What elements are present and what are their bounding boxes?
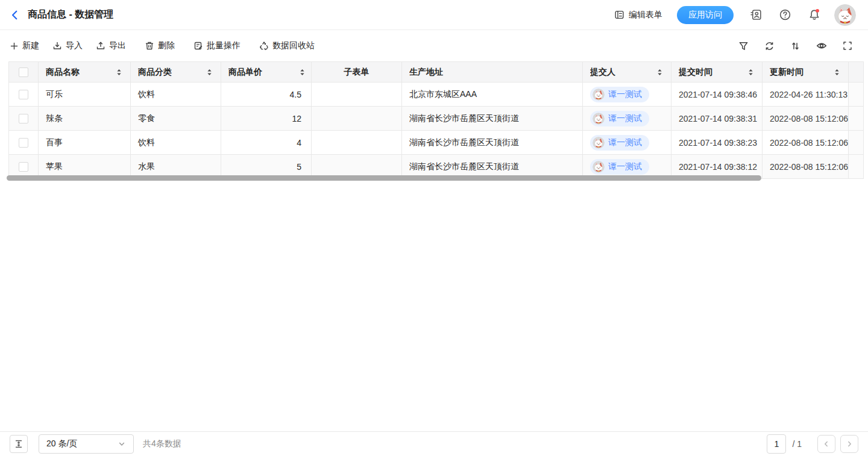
submitter-avatar	[593, 113, 605, 125]
fullscreen-icon	[843, 41, 852, 51]
submitter-tag[interactable]: 谭一测试	[590, 159, 649, 175]
sort-icon	[790, 41, 800, 51]
help-icon	[779, 8, 791, 21]
cell-update-time: 2022-08-08 15:12:06	[763, 131, 849, 154]
table-row[interactable]: 辣条 零食 12 湖南省长沙市岳麓区天顶街道 谭一测试 2021-07-14 0…	[9, 106, 863, 130]
total-count-text: 共4条数据	[143, 439, 181, 449]
recycle-bin-label: 数据回收站	[272, 40, 315, 51]
header-update-time[interactable]: 更新时间	[763, 62, 849, 82]
submitter-tag[interactable]: 谭一测试	[590, 111, 649, 126]
fullscreen-button[interactable]	[843, 41, 852, 51]
cell-update-time: 2022-08-08 15:12:06	[763, 107, 849, 130]
sort-caret-icon[interactable]	[298, 68, 306, 77]
header-submitter[interactable]: 提交人	[583, 62, 671, 82]
row-checkbox[interactable]	[19, 138, 28, 148]
cell-subform	[312, 131, 402, 154]
table-header-row: 商品名称 商品分类 商品单价 子表单 生产地址 提交人 提交时间 更新时间	[9, 62, 863, 82]
cell-product-name: 百事	[39, 131, 131, 154]
refresh-icon	[764, 41, 775, 51]
batch-operation-button[interactable]: 批量操作	[193, 40, 241, 51]
edit-form-label: 编辑表单	[629, 10, 662, 20]
sort-caret-icon[interactable]	[115, 68, 123, 77]
edit-form-button[interactable]: 编辑表单	[614, 10, 662, 20]
cell-product-price: 4	[221, 131, 312, 154]
cell-production-address: 湖南省长沙市岳麓区天顶街道	[402, 131, 583, 154]
header-submit-time[interactable]: 提交时间	[671, 62, 763, 82]
chevron-right-icon	[845, 440, 854, 448]
form-icon	[614, 10, 624, 20]
table-row[interactable]: 可乐 饮料 4.5 北京市东城区AAA 谭一测试 2021-07-14 09:3…	[9, 82, 863, 106]
select-all-cell	[9, 62, 39, 82]
column-visibility-button[interactable]	[816, 40, 827, 51]
header-subform[interactable]: 子表单	[312, 62, 402, 82]
header-product-name[interactable]: 商品名称	[39, 62, 131, 82]
recycle-bin-button[interactable]: 数据回收站	[259, 40, 315, 51]
contacts-button[interactable]	[750, 8, 763, 21]
cell-production-address: 湖南省长沙市岳麓区天顶街道	[402, 107, 583, 130]
export-button[interactable]: 导出	[96, 40, 126, 51]
header-production-address[interactable]: 生产地址	[402, 62, 583, 82]
table-row[interactable]: 百事 饮料 4 湖南省长沙市岳麓区天顶街道 谭一测试 2021-07-14 09…	[9, 130, 863, 154]
page-size-value: 20 条/页	[46, 439, 77, 449]
new-label: 新建	[22, 40, 39, 51]
header-product-price[interactable]: 商品单价	[221, 62, 312, 82]
toolbar: 新建 导入 导出 删除 批量操作	[0, 30, 868, 61]
cell-product-category: 零食	[131, 107, 221, 130]
eye-icon	[816, 40, 827, 51]
footer: 20 条/页 共4条数据 1 / 1	[0, 431, 868, 456]
help-button[interactable]	[779, 8, 791, 21]
submitter-tag[interactable]: 谭一测试	[590, 135, 649, 151]
select-all-checkbox[interactable]	[19, 67, 28, 77]
filter-button[interactable]	[738, 41, 749, 51]
cell-product-category: 饮料	[131, 83, 221, 106]
submitter-tag[interactable]: 谭一测试	[590, 87, 649, 102]
row-checkbox[interactable]	[19, 90, 28, 99]
avatar[interactable]	[834, 4, 856, 26]
cell-gutter	[849, 107, 863, 130]
cell-submit-time: 2021-07-14 09:38:23	[671, 131, 763, 154]
back-icon	[10, 10, 20, 20]
cell-submit-time: 2021-07-14 09:38:46	[671, 83, 763, 106]
notifications-button[interactable]	[808, 8, 821, 22]
sort-caret-icon[interactable]	[656, 68, 664, 77]
table-body: 可乐 饮料 4.5 北京市东城区AAA 谭一测试 2021-07-14 09:3…	[9, 82, 863, 178]
submitter-avatar	[593, 137, 605, 149]
import-icon	[52, 41, 62, 51]
back-button[interactable]	[10, 10, 20, 20]
row-checkbox[interactable]	[19, 114, 28, 123]
row-checkbox[interactable]	[19, 162, 28, 172]
cell-product-price: 12	[221, 107, 312, 130]
plus-icon	[10, 42, 19, 51]
sort-caret-icon[interactable]	[833, 68, 841, 77]
cell-product-name: 可乐	[39, 83, 131, 106]
header-gutter	[849, 62, 863, 82]
sort-caret-icon[interactable]	[206, 68, 213, 77]
import-label: 导入	[66, 40, 83, 51]
submitter-name: 谭一测试	[608, 113, 642, 124]
app-access-button[interactable]: 应用访问	[677, 6, 734, 24]
prev-page-button[interactable]	[817, 435, 835, 453]
filter-icon	[738, 41, 749, 51]
submitter-name: 谭一测试	[608, 161, 642, 172]
cell-update-time: 2022-04-26 11:30:13	[763, 83, 849, 106]
page-size-select[interactable]: 20 条/页	[39, 434, 134, 454]
horizontal-scrollbar[interactable]	[7, 175, 761, 181]
next-page-button[interactable]	[840, 435, 858, 453]
cell-submitter: 谭一测试	[583, 131, 671, 154]
sort-button[interactable]	[790, 41, 800, 51]
cell-subform	[312, 83, 402, 106]
topbar: 商品信息 - 数据管理 编辑表单 应用访问	[0, 0, 868, 30]
row-height-button[interactable]	[10, 435, 28, 453]
current-page-input[interactable]: 1	[767, 434, 786, 454]
cell-submitter: 谭一测试	[583, 83, 671, 106]
delete-button[interactable]: 删除	[145, 40, 175, 51]
refresh-button[interactable]	[764, 41, 775, 51]
import-button[interactable]: 导入	[52, 40, 83, 51]
new-button[interactable]: 新建	[10, 40, 39, 51]
table-row[interactable]: 苹果 水果 5 湖南省长沙市岳麓区天顶街道 谭一测试 2021-07-14 09…	[9, 154, 863, 178]
header-product-category[interactable]: 商品分类	[131, 62, 221, 82]
cell-product-price: 4.5	[221, 83, 312, 106]
bell-icon	[808, 8, 821, 22]
sort-caret-icon[interactable]	[747, 68, 755, 77]
page-title: 商品信息 - 数据管理	[28, 8, 113, 21]
